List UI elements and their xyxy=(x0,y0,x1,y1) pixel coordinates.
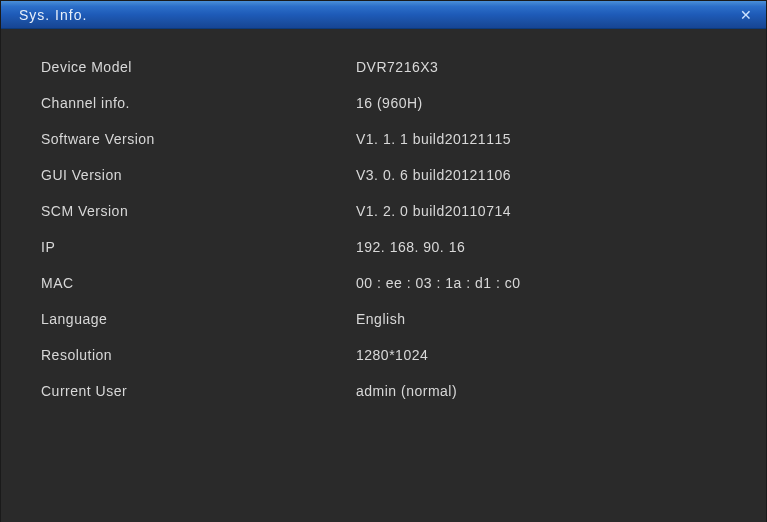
titlebar: Sys. Info. ✕ xyxy=(1,1,766,29)
resolution-label: Resolution xyxy=(41,347,356,363)
mac-label: MAC xyxy=(41,275,356,291)
info-row: GUI Version V3. 0. 6 build20121106 xyxy=(41,165,726,185)
scm-version-value: V1. 2. 0 build20110714 xyxy=(356,203,511,219)
device-model-label: Device Model xyxy=(41,59,356,75)
info-row: Channel info. 16 (960H) xyxy=(41,93,726,113)
current-user-label: Current User xyxy=(41,383,356,399)
resolution-value: 1280*1024 xyxy=(356,347,428,363)
info-row: Device Model DVR7216X3 xyxy=(41,57,726,77)
gui-version-label: GUI Version xyxy=(41,167,356,183)
info-row: Resolution 1280*1024 xyxy=(41,345,726,365)
info-row: MAC 00 : ee : 03 : 1a : d1 : c0 xyxy=(41,273,726,293)
current-user-value: admin (normal) xyxy=(356,383,457,399)
channel-info-value: 16 (960H) xyxy=(356,95,423,111)
ip-value: 192. 168. 90. 16 xyxy=(356,239,465,255)
info-row: Current User admin (normal) xyxy=(41,381,726,401)
info-row: Language English xyxy=(41,309,726,329)
device-model-value: DVR7216X3 xyxy=(356,59,438,75)
language-value: English xyxy=(356,311,405,327)
mac-value: 00 : ee : 03 : 1a : d1 : c0 xyxy=(356,275,521,291)
content-area: Device Model DVR7216X3 Channel info. 16 … xyxy=(1,29,766,522)
close-icon[interactable]: ✕ xyxy=(738,7,754,23)
software-version-label: Software Version xyxy=(41,131,356,147)
language-label: Language xyxy=(41,311,356,327)
sysinfo-window: Sys. Info. ✕ Device Model DVR7216X3 Chan… xyxy=(0,0,767,522)
info-row: Software Version V1. 1. 1 build20121115 xyxy=(41,129,726,149)
info-row: IP 192. 168. 90. 16 xyxy=(41,237,726,257)
window-title: Sys. Info. xyxy=(19,7,87,23)
software-version-value: V1. 1. 1 build20121115 xyxy=(356,131,511,147)
info-row: SCM Version V1. 2. 0 build20110714 xyxy=(41,201,726,221)
channel-info-label: Channel info. xyxy=(41,95,356,111)
scm-version-label: SCM Version xyxy=(41,203,356,219)
ip-label: IP xyxy=(41,239,356,255)
gui-version-value: V3. 0. 6 build20121106 xyxy=(356,167,511,183)
